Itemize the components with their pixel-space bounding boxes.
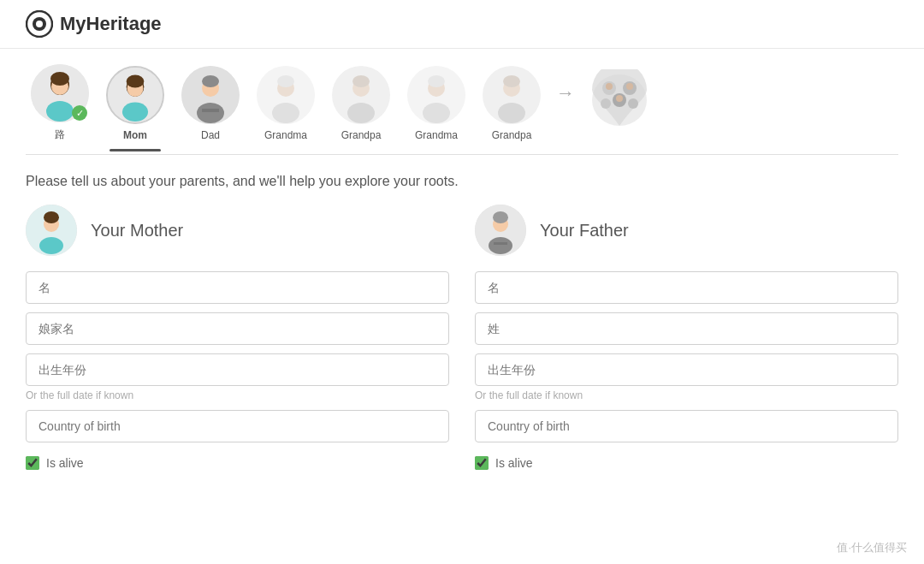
mother-country-input[interactable] xyxy=(26,410,449,442)
family-nav: ✓ 路 Mom xyxy=(0,49,924,142)
mother-section: Your Mother Or the full date if known Is… xyxy=(26,205,449,470)
nav-person-grandma2[interactable]: Grandma xyxy=(402,66,471,141)
nav-name-grandma1: Grandma xyxy=(264,129,307,141)
father-alive-checkbox[interactable] xyxy=(475,456,489,470)
father-birth-year-input[interactable] xyxy=(475,353,898,386)
mother-birth-year-input[interactable] xyxy=(26,353,449,386)
nav-avatar-mom xyxy=(106,66,164,124)
father-alive-label: Is alive xyxy=(495,456,533,470)
nav-name-grandpa1: Grandpa xyxy=(341,129,382,141)
svg-point-46 xyxy=(39,237,63,254)
father-alive-row: Is alive xyxy=(475,456,898,470)
father-country-input[interactable] xyxy=(475,410,898,442)
svg-point-41 xyxy=(626,83,633,90)
svg-point-40 xyxy=(606,83,613,90)
nav-avatar-grandma1 xyxy=(257,66,315,124)
nav-name-dad: Dad xyxy=(201,129,220,141)
watermark: 值·什么值得买 xyxy=(837,540,907,555)
svg-point-24 xyxy=(352,75,370,87)
mother-form-avatar-svg xyxy=(26,205,77,256)
mother-maiden-name-input[interactable] xyxy=(26,312,449,345)
nav-name-mom: Mom xyxy=(123,129,147,141)
svg-point-29 xyxy=(423,103,450,123)
svg-rect-17 xyxy=(202,109,219,112)
svg-point-50 xyxy=(489,237,512,254)
father-avatar xyxy=(475,205,526,256)
nav-arrow: → xyxy=(556,82,575,125)
svg-point-7 xyxy=(50,72,69,86)
nav-person-grandma1[interactable]: Grandma xyxy=(252,66,320,141)
nav-avatar-self: ✓ xyxy=(31,64,89,122)
mother-title: Your Mother xyxy=(91,221,183,240)
mother-birth-year-hint: Or the full date if known xyxy=(26,389,449,401)
svg-point-42 xyxy=(616,95,623,102)
grandpa2-avatar-svg xyxy=(483,66,541,124)
nav-person-grandpa1[interactable]: Grandpa xyxy=(327,66,395,141)
father-header: Your Father xyxy=(475,205,898,256)
nav-person-dad[interactable]: Dad xyxy=(176,66,245,141)
nav-name-grandpa2: Grandpa xyxy=(492,129,532,141)
header: MyHeritage xyxy=(0,0,924,49)
nav-avatar-grandma2 xyxy=(407,66,465,124)
svg-point-16 xyxy=(197,103,224,123)
svg-point-11 xyxy=(122,102,148,122)
svg-point-49 xyxy=(493,211,508,223)
svg-point-20 xyxy=(277,75,294,87)
mother-alive-row: Is alive xyxy=(26,456,449,470)
svg-point-33 xyxy=(498,103,525,123)
svg-point-39 xyxy=(628,98,638,109)
father-last-name-input[interactable] xyxy=(475,312,898,345)
group-cluster-svg xyxy=(585,69,654,138)
svg-rect-51 xyxy=(494,242,507,245)
svg-point-2 xyxy=(36,21,43,27)
logo-text: MyHeritage xyxy=(60,13,162,35)
mother-header: Your Mother xyxy=(26,205,449,256)
form-area: Your Mother Or the full date if known Is… xyxy=(0,205,924,470)
nav-group-cluster[interactable] xyxy=(585,69,654,138)
nav-person-self[interactable]: ✓ 路 xyxy=(26,64,94,142)
description-text: Please tell us about your parents, and w… xyxy=(0,155,924,205)
svg-point-6 xyxy=(46,101,74,122)
nav-name-self: 路 xyxy=(55,128,65,142)
father-birth-year-hint: Or the full date if known xyxy=(475,389,898,401)
mom-avatar-svg xyxy=(108,68,163,122)
nav-avatar-grandpa1 xyxy=(332,66,390,124)
grandpa1-avatar-svg xyxy=(332,66,390,124)
father-title: Your Father xyxy=(540,221,629,240)
grandma2-avatar-svg xyxy=(407,66,465,124)
dad-avatar-svg xyxy=(181,66,240,124)
self-checkmark: ✓ xyxy=(72,105,87,121)
nav-person-grandpa2[interactable]: Grandpa xyxy=(477,66,546,141)
logo[interactable]: MyHeritage xyxy=(26,10,162,38)
svg-point-38 xyxy=(601,98,611,109)
nav-name-grandma2: Grandma xyxy=(415,129,458,141)
svg-point-32 xyxy=(503,75,520,87)
mother-alive-checkbox[interactable] xyxy=(26,456,39,470)
father-first-name-input[interactable] xyxy=(475,271,898,304)
nav-person-mom[interactable]: Mom xyxy=(101,66,169,141)
svg-point-21 xyxy=(272,103,299,123)
svg-point-45 xyxy=(44,211,59,223)
svg-point-12 xyxy=(127,74,145,87)
svg-point-15 xyxy=(202,75,219,87)
mother-avatar xyxy=(26,205,77,256)
father-form-avatar-svg xyxy=(475,205,526,256)
svg-point-25 xyxy=(347,103,375,123)
grandma1-avatar-svg xyxy=(257,66,315,124)
nav-avatar-grandpa2 xyxy=(483,66,541,124)
nav-avatar-dad xyxy=(181,66,240,124)
mother-first-name-input[interactable] xyxy=(26,271,449,304)
logo-icon xyxy=(26,10,53,38)
father-section: Your Father Or the full date if known Is… xyxy=(475,205,898,470)
svg-point-28 xyxy=(428,75,445,87)
mother-alive-label: Is alive xyxy=(46,456,84,470)
